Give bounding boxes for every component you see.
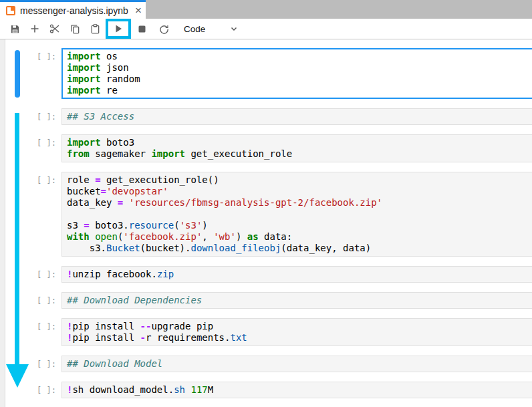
cell-prompt: [ ]:	[0, 138, 56, 148]
tab-messenger-analysis[interactable]: messenger-analysis.ipynb ×	[0, 0, 146, 19]
copy-icon	[70, 24, 80, 34]
notebook-cell: [ ]:import boto3from sagemaker import ge…	[0, 134, 532, 162]
tab-title: messenger-analysis.ipynb	[20, 5, 128, 16]
copy-cell-button[interactable]	[65, 19, 85, 38]
cell-type-select[interactable]: Code	[184, 24, 238, 34]
notebook-cell: [ ]:!unzip facebook.zip	[0, 266, 532, 283]
save-button[interactable]	[5, 19, 25, 38]
notebook-cell: [ ]:import osimport jsonimport randomimp…	[0, 48, 532, 99]
close-icon[interactable]: ×	[135, 5, 142, 16]
notebook-cell: [ ]:role = get_execution_role()bucket='d…	[0, 172, 532, 257]
cell-input[interactable]: !pip install --upgrade pip!pip install -…	[61, 318, 532, 346]
cell-input[interactable]: ## Download Dependencies	[61, 292, 532, 309]
chevron-down-icon	[230, 25, 238, 33]
annotation-arrow-line	[15, 113, 19, 365]
cell-prompt: [ ]:	[0, 52, 56, 61]
jupyterlab-window: messenger-analysis.ipynb ×	[0, 0, 532, 407]
clipboard-icon	[90, 24, 100, 34]
cell-list: [ ]:import osimport jsonimport randomimp…	[0, 39, 532, 398]
run-button[interactable]	[109, 19, 128, 38]
cell-input[interactable]: import osimport jsonimport randomimport …	[61, 48, 532, 99]
cell-input[interactable]: ## Download Model	[61, 356, 532, 372]
notebook-cell: [ ]:## Download Dependencies	[0, 292, 532, 309]
stop-icon	[138, 25, 146, 33]
save-icon	[10, 24, 20, 34]
notebook-cell: [ ]:!sh download_model.sh 117M	[0, 382, 532, 398]
cell-input[interactable]: !unzip facebook.zip	[61, 266, 532, 283]
cell-prompt: [ ]:	[0, 270, 56, 279]
run-button-highlight	[106, 19, 131, 39]
cell-type-value: Code	[184, 24, 205, 34]
stop-button[interactable]	[132, 19, 152, 38]
cell-prompt: [ ]:	[0, 112, 56, 122]
cell-prompt: [ ]:	[0, 296, 56, 305]
cell-input[interactable]: !sh download_model.sh 117M	[61, 382, 532, 398]
run-icon	[114, 24, 123, 33]
tab-bar: messenger-analysis.ipynb ×	[0, 0, 532, 19]
plus-icon	[30, 24, 39, 33]
restart-kernel-button[interactable]	[154, 19, 174, 38]
notebook-area: [ ]:import osimport jsonimport randomimp…	[0, 39, 532, 407]
notebook-cell: [ ]:!pip install --upgrade pip!pip insta…	[0, 318, 532, 346]
restart-icon	[159, 24, 169, 34]
notebook-toolbar: Code	[0, 19, 532, 39]
insert-cell-button[interactable]	[25, 19, 45, 38]
scissors-icon	[49, 23, 60, 34]
cell-prompt: [ ]:	[0, 176, 56, 185]
notebook-cell: [ ]:## S3 Access	[0, 108, 532, 125]
cell-input[interactable]: ## S3 Access	[61, 108, 532, 125]
annotation-arrow-head	[6, 364, 29, 388]
cut-cell-button[interactable]	[45, 19, 65, 38]
cell-input[interactable]: import boto3from sagemaker import get_ex…	[61, 134, 532, 162]
notebook-cell: [ ]:## Download Model	[0, 356, 532, 372]
cell-input[interactable]: role = get_execution_role()bucket='devop…	[61, 172, 532, 257]
paste-cell-button[interactable]	[85, 19, 105, 38]
notebook-icon	[6, 6, 15, 15]
cell-prompt: [ ]:	[0, 322, 56, 331]
